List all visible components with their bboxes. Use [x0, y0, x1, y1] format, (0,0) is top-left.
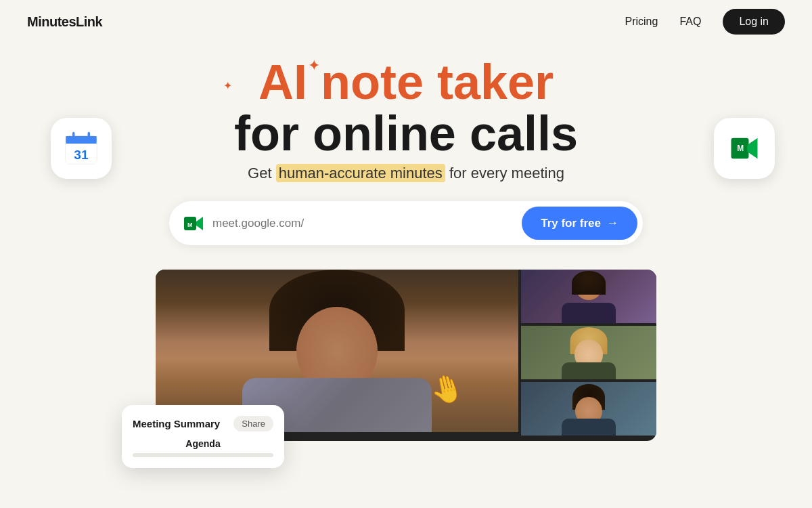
- logo: MinutesLink: [27, 14, 102, 30]
- svg-rect-4: [66, 136, 97, 144]
- nav-right: Pricing FAQ Log in: [625, 9, 785, 35]
- nav-pricing[interactable]: Pricing: [625, 16, 658, 28]
- side-videos: [521, 270, 656, 436]
- sparkle-1: ✦: [308, 58, 320, 73]
- hero-title-ai: AI note taker: [258, 55, 554, 109]
- google-calendar-icon: 31 31: [51, 118, 112, 179]
- subtitle-highlight: human-accurate minutes: [276, 164, 445, 182]
- side-video-3: [521, 382, 656, 436]
- agenda-label: Agenda: [133, 438, 273, 449]
- summary-card-header: Meeting Summary Share: [133, 416, 273, 431]
- navbar: MinutesLink Pricing FAQ Log in: [0, 0, 812, 43]
- google-meet-icon: M: [714, 118, 775, 179]
- subtitle-pre: Get: [248, 165, 276, 182]
- hero-title: AI note taker for online calls: [234, 57, 578, 159]
- hero-section: 31 31 M ✦ ✦ AI note taker for online ca: [0, 43, 812, 441]
- url-input-row: M Try for free →: [169, 201, 643, 245]
- hero-title-sub: for online calls: [234, 106, 578, 161]
- logo-text: MinutesLink: [27, 14, 102, 29]
- nav-faq[interactable]: FAQ: [679, 16, 701, 28]
- arrow-icon: →: [606, 216, 618, 230]
- login-button[interactable]: Log in: [723, 9, 785, 35]
- sparkle-2: ✦: [223, 81, 232, 91]
- video-demo-section: 🤚: [156, 270, 656, 441]
- agenda-bar: [133, 453, 273, 457]
- side-video-2: [521, 326, 656, 379]
- meet-icon-input: M: [183, 213, 204, 234]
- side-video-1: [521, 270, 656, 323]
- try-btn-label: Try for free: [541, 217, 601, 230]
- share-button[interactable]: Share: [233, 416, 273, 431]
- svg-text:M: M: [737, 144, 744, 153]
- url-input[interactable]: [212, 217, 522, 230]
- svg-text:31: 31: [74, 148, 89, 162]
- svg-text:M: M: [187, 221, 193, 228]
- summary-card-title: Meeting Summary: [133, 418, 220, 429]
- meeting-summary-card: Meeting Summary Share Agenda: [122, 405, 284, 468]
- try-for-free-button[interactable]: Try for free →: [522, 207, 637, 240]
- subtitle-post: for every meeting: [445, 165, 564, 182]
- hero-subtitle: Get human-accurate minutes for every mee…: [248, 165, 564, 182]
